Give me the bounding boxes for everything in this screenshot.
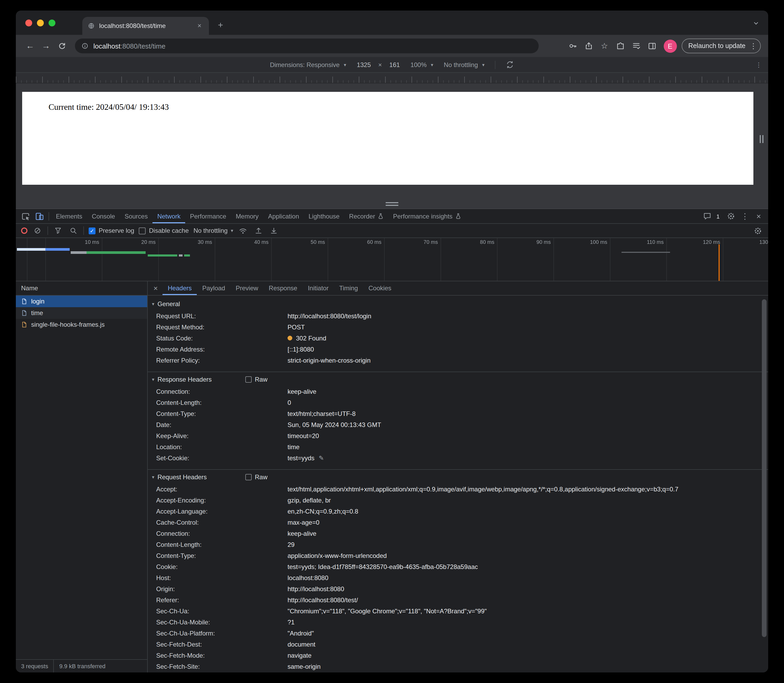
header-value: localhost:8080 — [288, 573, 768, 584]
devtools-tab[interactable]: Sources — [120, 209, 152, 223]
disable-cache-checkbox[interactable] — [139, 227, 146, 234]
device-throttle-select[interactable]: No throttling ▾ — [444, 61, 484, 68]
section-header[interactable]: ▾ Response Headers Raw — [148, 372, 768, 386]
preserve-log-toggle[interactable]: ✓ Preserve log — [89, 227, 134, 234]
preserve-log-checkbox[interactable]: ✓ — [89, 227, 96, 234]
raw-checkbox[interactable] — [245, 376, 252, 382]
share-button[interactable] — [582, 39, 595, 53]
devtools-tab-label: Lighthouse — [309, 212, 339, 220]
bookmark-star-button[interactable]: ☆ — [597, 39, 611, 53]
dimensions-select[interactable]: Dimensions: Responsive ▾ — [270, 61, 346, 68]
overview-time-label: 60 ms — [328, 239, 384, 245]
browser-menu-kebab-icon[interactable]: ⋮ — [749, 42, 758, 50]
header-row: Connection: keep-alive — [148, 386, 768, 398]
devtools-settings-button[interactable] — [724, 210, 738, 223]
raw-toggle[interactable]: Raw — [245, 375, 267, 383]
devtools-tab[interactable]: Lighthouse — [304, 209, 344, 223]
raw-toggle[interactable]: Raw — [245, 473, 267, 481]
key-icon — [568, 42, 577, 50]
zoom-select[interactable]: 100% ▾ — [410, 61, 433, 68]
header-value: 0 — [288, 398, 768, 409]
profile-avatar[interactable]: E — [664, 39, 677, 53]
request-row[interactable]: single-file-hooks-frames.js — [16, 319, 147, 330]
disclosure-triangle-icon: ▾ — [152, 474, 154, 479]
forward-button[interactable]: → — [39, 39, 53, 53]
address-bar[interactable]: localhost:8080/test/time — [75, 38, 538, 53]
globe-favicon-icon — [88, 22, 95, 30]
inspect-element-button[interactable] — [19, 210, 33, 223]
devtools-tab[interactable]: Memory — [231, 209, 264, 223]
detail-tab[interactable]: Headers — [163, 281, 197, 295]
detail-tab[interactable]: Response — [264, 281, 302, 295]
site-info-icon[interactable] — [81, 42, 89, 50]
fullscreen-window-button[interactable] — [48, 19, 55, 26]
network-settings-button[interactable] — [752, 225, 763, 236]
detail-tab[interactable]: Initiator — [302, 281, 334, 295]
header-value: strict-origin-when-cross-origin — [288, 355, 768, 366]
export-har-button[interactable] — [269, 225, 279, 236]
viewport-size-group: 1325 × 161 — [357, 61, 400, 68]
password-key-button[interactable] — [566, 39, 579, 53]
header-name: Sec-Fetch-Mode: — [156, 650, 288, 661]
network-overview-timeline[interactable]: 10 ms20 ms30 ms40 ms50 ms60 ms70 ms80 ms… — [16, 238, 768, 281]
browser-tab[interactable]: localhost:8080/test/time × — [82, 17, 209, 35]
detail-tab[interactable]: Payload — [197, 281, 230, 295]
viewport-height-resize-handle[interactable] — [386, 202, 398, 206]
search-button[interactable] — [68, 225, 78, 236]
detail-close-icon[interactable]: × — [149, 284, 163, 292]
header-value: keep-alive — [288, 528, 768, 539]
devtools-tab[interactable]: Network — [152, 209, 185, 223]
devtools-tab[interactable]: Application — [263, 209, 304, 223]
header-row: Sec-Ch-Ua-Mobile: ?1 — [148, 617, 768, 628]
close-window-button[interactable] — [25, 19, 32, 26]
import-har-button[interactable] — [253, 225, 264, 236]
toggle-device-toolbar-button[interactable] — [33, 210, 46, 223]
issues-button[interactable] — [701, 210, 714, 223]
request-row[interactable]: time — [16, 307, 147, 319]
section-header[interactable]: ▾ Request Headers Raw — [148, 470, 768, 484]
detail-scrollbar-thumb[interactable] — [762, 299, 766, 637]
clear-network-log-button[interactable] — [32, 225, 43, 236]
message-bubble-icon — [704, 212, 712, 220]
request-row[interactable]: login — [16, 296, 147, 307]
tab-search-chevron-icon[interactable] — [752, 19, 760, 27]
file-icon — [21, 298, 27, 305]
header-name: Request URL: — [156, 311, 288, 322]
viewport-width-resize-handle[interactable] — [760, 135, 763, 143]
devtools-tab[interactable]: Elements — [51, 209, 87, 223]
devtools-tab[interactable]: Performance — [185, 209, 231, 223]
requests-list: login time single-file-hooks-frames.js — [16, 296, 147, 659]
minimize-window-button[interactable] — [37, 19, 44, 26]
extensions-button[interactable] — [613, 39, 627, 53]
rotate-viewport-button[interactable] — [506, 61, 514, 69]
devtools-kebab-icon[interactable]: ⋮ — [739, 212, 751, 221]
back-button[interactable]: ← — [23, 39, 37, 53]
reload-button[interactable] — [55, 39, 69, 53]
reading-list-button[interactable] — [629, 39, 643, 53]
detail-tab[interactable]: Cookies — [363, 281, 397, 295]
filter-button[interactable] — [53, 225, 63, 236]
devtools-close-icon[interactable]: × — [752, 212, 765, 221]
raw-checkbox[interactable] — [245, 474, 252, 480]
network-throttle-select[interactable]: No throttling ▾ — [194, 227, 233, 234]
device-toolbar-kebab-icon[interactable]: ⋮ — [755, 61, 762, 68]
detail-tab[interactable]: Preview — [230, 281, 263, 295]
section-header[interactable]: ▾ General Raw — [148, 297, 768, 311]
viewport-height-input[interactable]: 161 — [389, 61, 400, 68]
devtools-tab[interactable]: Console — [87, 209, 120, 223]
overview-bar — [17, 248, 45, 251]
disable-cache-toggle[interactable]: Disable cache — [139, 227, 189, 234]
record-network-log-button[interactable] — [21, 228, 27, 234]
network-conditions-button[interactable] — [238, 225, 248, 236]
tab-close-icon[interactable]: × — [195, 22, 204, 30]
devtools-tab[interactable]: Performance insights — [388, 209, 466, 223]
viewport-width-input[interactable]: 1325 — [357, 61, 371, 68]
side-panel-button[interactable] — [645, 39, 659, 53]
detail-tab[interactable]: Timing — [334, 281, 363, 295]
url-path: :8080/test/time — [120, 42, 166, 50]
devtools-tab[interactable]: Recorder — [344, 209, 388, 223]
new-tab-button[interactable]: + — [214, 19, 227, 32]
requests-name-column-header[interactable]: Name — [16, 281, 147, 296]
header-row: Sec-Fetch-Dest: document — [148, 639, 768, 650]
relaunch-to-update-button[interactable]: Relaunch to update ⋮ — [682, 38, 761, 53]
